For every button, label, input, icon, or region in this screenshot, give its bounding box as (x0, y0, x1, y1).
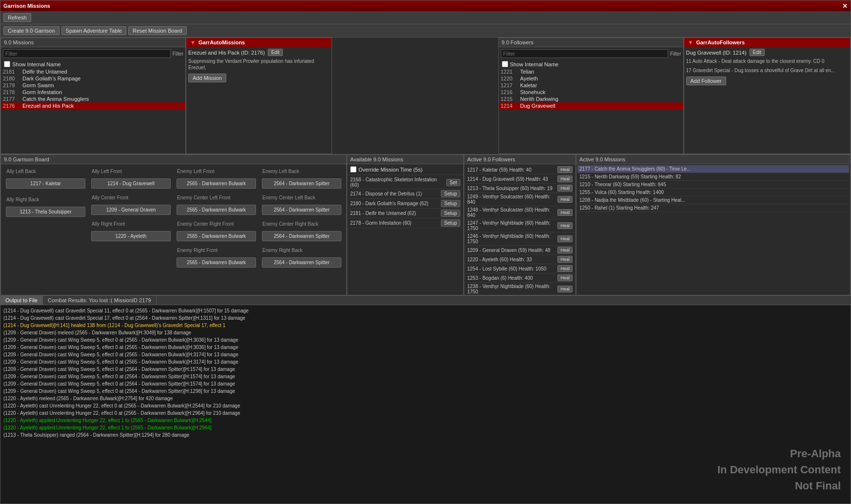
heal-button[interactable]: Heal (557, 256, 573, 263)
ally-left-front-group: Ally Left Front 1214 - Dug Gravewell (90, 168, 172, 190)
spawn-adventure-button[interactable]: Spawn Adventure Table (61, 26, 126, 35)
follower-list-item[interactable]: 1215Nerith Darkwing (499, 96, 683, 102)
followers-filter-input[interactable] (501, 49, 669, 58)
active-follower-text: 1238 - Venthyr Nightblade (60) Health: 1… (467, 284, 555, 294)
enemy-back-section: Enemy Left Back 2564 - Darkwarren Spitte… (261, 168, 342, 289)
enemy-left-front-label: Enemy Left Front (176, 168, 257, 174)
mission-action-button[interactable]: Setup (441, 210, 460, 217)
mission-action-button[interactable]: Setup (441, 219, 460, 227)
heal-button[interactable]: Heal (557, 175, 573, 182)
missions-panel: 9.0 Missions Filter Show Internal Name 2… (0, 38, 186, 154)
active-mission-item[interactable]: 1250 - Rahel (1) Starting Health: 247 (577, 204, 849, 212)
mission-list-item[interactable]: 2177Catch the Anima Smugglers (1, 96, 185, 102)
enemy-center-right-back-slot[interactable]: 2564 - Darkwarren Spitter (262, 231, 341, 241)
available-mission-item: 2178 - Gorm Infestation (60)Setup (348, 218, 462, 228)
log-line: (1209 - General Draven) meleed (2565 - D… (3, 329, 848, 336)
enemy-left-front-slot[interactable]: 2565 - Darkwarren Bulwark (177, 178, 256, 189)
mission-action-button[interactable]: Setup (441, 200, 460, 207)
mission-list-item[interactable]: 2181Delfir the Untamed (1, 68, 185, 75)
middle-panels: 9.0 Garrison Board Ally Left Back 1217 -… (0, 155, 851, 296)
enemy-center-right-slot[interactable]: 2565 - Darkwarren Bulwark (177, 231, 256, 241)
enemy-center-left-back-group: Enemy Center Left Back 2564 - Darkwarren… (261, 194, 342, 216)
follower-ability1: 11 Auto Attack - Deal attack damage to t… (686, 58, 849, 64)
active-followers-panel: Active 9.0 Followers 1217 - Kaletar (59)… (464, 155, 576, 295)
missions-filter-input[interactable] (3, 49, 171, 58)
mission-list-item[interactable]: 2176Erezuel and His Pack (1, 102, 185, 109)
follower-list-item[interactable]: 1214Dug Gravewell (499, 102, 683, 109)
active-mission-item[interactable]: 1215 - Nerith Darkwing (59) Starting Hea… (577, 173, 849, 181)
available-missions-list: 2168 - Catastrophic Skeleton Infestation… (347, 175, 463, 295)
active-follower-item: 1217 - Kaletar (59) Health: 40Heal (465, 165, 574, 174)
ally-right-front-slot[interactable]: 1220 - Ayeleth (91, 231, 171, 241)
heal-button[interactable]: Heal (557, 274, 573, 281)
window-title: Garrison Missions (3, 3, 50, 9)
mission-list-item[interactable]: 2180Dark Goliath's Rampage (1, 75, 185, 82)
edit-mission-button[interactable]: Edit (268, 49, 283, 56)
follower-list-item[interactable]: 1220Ayeleth (499, 75, 683, 82)
title-bar: Garrison Missions ✕ (0, 0, 851, 11)
heal-button[interactable]: Heal (557, 185, 573, 192)
active-mission-item[interactable]: 2177 - Catch the Anima Smugglers (60) - … (577, 165, 849, 173)
follower-list-item[interactable]: 1217Kaletar (499, 82, 683, 89)
active-mission-item[interactable]: 1208 - Nadjia the Mistblade (60) - Start… (577, 196, 849, 204)
enemy-left-back-slot[interactable]: 2564 - Darkwarren Spitter (262, 178, 341, 189)
active-mission-item[interactable]: 1210 - Theorar (60) Starting Health: 845 (577, 181, 849, 189)
show-internal-label: Show Internal Name (12, 61, 61, 67)
heal-button[interactable]: Heal (557, 166, 573, 173)
enemy-center-left-slot[interactable]: 2565 - Darkwarren Bulwark (177, 205, 256, 215)
current-mission-name: Erezuel and His Pack (ID: 2176) (188, 50, 265, 56)
followers-show-internal-row: Show Internal Name (499, 60, 683, 68)
override-checkbox[interactable] (350, 166, 356, 173)
reset-mission-button[interactable]: Reset Mission Board (128, 26, 187, 35)
mission-action-button[interactable]: Set (446, 179, 460, 186)
mission-action-button[interactable]: Setup (441, 190, 460, 197)
add-mission-button[interactable]: Add Mission (188, 74, 226, 82)
override-row: Override Mission Time (5s) (347, 164, 463, 175)
output-to-file-tab[interactable]: Output to File (0, 296, 43, 305)
ally-center-front-slot[interactable]: 1209 - General Draven (91, 205, 171, 215)
enemy-center-left-back-slot[interactable]: 2564 - Darkwarren Spitter (262, 205, 341, 215)
combat-results-tab[interactable]: Combat Results: You lost :( MissionID 21… (43, 296, 157, 305)
ally-left-front-slot[interactable]: 1214 - Dug Gravewell (91, 178, 171, 189)
active-mission-item[interactable]: 1255 - Vulca (60) Starting Health: 1400 (577, 189, 849, 196)
enemy-center-right-label: Enemy Center Right Front (176, 221, 257, 227)
active-follower-text: 1209 - General Draven (59) Health: 48 (467, 248, 555, 253)
mission-list-item[interactable]: 2178Gorm Infestation (1, 89, 185, 96)
close-button[interactable]: ✕ (842, 2, 848, 10)
heal-button[interactable]: Heal (557, 196, 573, 203)
show-internal-checkbox[interactable] (4, 61, 10, 67)
log-line: (1220 - Ayeleth) meleed (2565 - Darkwarr… (3, 395, 848, 402)
follower-name: Telian (520, 69, 534, 75)
mission-id: 2177 (3, 96, 22, 102)
enemy-right-back-slot[interactable]: 2564 - Darkwarren Spitter (262, 257, 341, 268)
enemy-right-front-label: Enemy Right Front (176, 247, 257, 253)
heal-button[interactable]: Heal (557, 235, 573, 242)
enemy-left-back-group: Enemy Left Back 2564 - Darkwarren Spitte… (261, 168, 342, 190)
add-follower-button[interactable]: Add Follower (686, 77, 726, 85)
heal-button[interactable]: Heal (557, 209, 573, 216)
ally-left-back-slot[interactable]: 1217 - Kaletar (6, 178, 85, 189)
create-garrison-button[interactable]: Create 9.0 Garrison (3, 26, 59, 35)
follower-list-item[interactable]: 1221Telian (499, 68, 683, 75)
ally-center-front-label: Ally Center Front (90, 194, 172, 201)
log-line: (1209 - General Draven) cast Wing Sweep … (3, 366, 848, 373)
heal-button[interactable]: Heal (557, 222, 573, 229)
heal-button[interactable]: Heal (557, 286, 573, 292)
mission-id: 2179 (3, 82, 22, 88)
enemy-right-front-slot[interactable]: 2565 - Darkwarren Bulwark (177, 257, 256, 268)
follower-name-row: Dug Gravewell (ID: 1214) Edit (686, 49, 849, 56)
available-mission-text: 2180 - Dark Goliath's Rampage (62) (350, 201, 439, 206)
followers-show-internal-checkbox[interactable] (502, 61, 508, 67)
missions-list: 2181Delfir the Untamed2180Dark Goliath's… (1, 68, 185, 154)
refresh-button[interactable]: Refresh (3, 13, 31, 22)
heal-button[interactable]: Heal (557, 265, 573, 272)
edit-follower-button[interactable]: Edit (750, 49, 765, 56)
follower-list-item[interactable]: 1216Stonehuck (499, 89, 683, 96)
enemy-center-left-label: Enemy Center Left Front (176, 194, 257, 201)
active-follower-item: 1254 - Lost Sybille (60) Health: 1050Hea… (465, 264, 574, 273)
mission-description: Suppressing the Verdant Prowler populati… (188, 58, 330, 71)
ally-right-back-slot[interactable]: 1213 - Thela Soulsipper (6, 207, 85, 217)
main-content: 9.0 Missions Filter Show Internal Name 2… (0, 38, 851, 504)
mission-list-item[interactable]: 2179Gorm Swarm (1, 82, 185, 89)
heal-button[interactable]: Heal (557, 247, 573, 253)
